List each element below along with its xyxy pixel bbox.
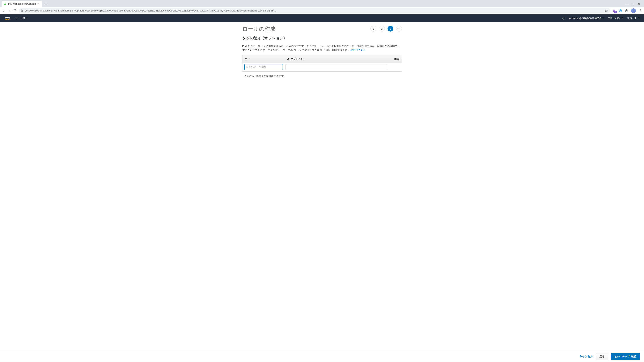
profile-avatar[interactable]: h (631, 8, 636, 13)
main-content: ロールの作成 1 2 3 4 タグの追加 (オプション) IAM タグは、ロール… (0, 22, 644, 351)
reload-icon[interactable] (13, 9, 16, 12)
tab-strip: IAM Management Console — □ ✕ (0, 0, 644, 7)
page-title: ロールの作成 (242, 25, 276, 33)
learn-more-link[interactable]: 詳細はこちら (350, 49, 366, 51)
tag-key-input[interactable] (244, 64, 283, 70)
close-window-icon[interactable]: ✕ (638, 2, 640, 5)
tag-value-input[interactable] (286, 64, 387, 70)
step-3[interactable]: 3 (388, 26, 393, 31)
address-bar[interactable]: console.aws.amazon.com/iam/home?region=a… (19, 8, 610, 13)
back-button[interactable]: 戻る (596, 353, 608, 360)
browser-tab[interactable]: IAM Management Console (2, 1, 42, 7)
url-text: console.aws.amazon.com/iam/home?region=a… (25, 9, 605, 12)
support-menu[interactable]: サポート (627, 16, 640, 20)
next-button[interactable]: 次のステップ: 確認 (611, 353, 640, 360)
extension2-icon[interactable] (619, 9, 622, 12)
table-header: キー 値 (オプション) 削除 (242, 55, 402, 63)
tags-remaining-text: さらに 50 個のタグを追加できます。 (242, 74, 402, 78)
forward-icon[interactable] (8, 9, 11, 12)
aws-header: aws サービス kazaana @ 5769-5092-0858 グローバル … (0, 14, 644, 22)
cancel-button[interactable]: キャンセル (579, 355, 593, 358)
bell-icon[interactable] (562, 16, 565, 20)
chevron-down-icon (638, 18, 640, 19)
col-delete-header: 削除 (390, 57, 400, 61)
extensions-puzzle-icon[interactable] (625, 9, 628, 12)
new-tab-button[interactable] (43, 1, 49, 6)
minimize-icon[interactable]: — (626, 2, 628, 5)
step-2[interactable]: 2 (379, 26, 385, 31)
window-controls: — □ ✕ (626, 2, 642, 5)
step-1[interactable]: 1 (370, 26, 376, 31)
svg-point-1 (640, 9, 641, 10)
step-4[interactable]: 4 (396, 26, 402, 31)
aws-smile-icon (4, 19, 10, 20)
close-icon[interactable] (37, 2, 40, 5)
browser-toolbar: console.aws.amazon.com/iam/home?region=a… (0, 7, 644, 14)
extension-icon[interactable]: 11 (612, 9, 616, 12)
chevron-down-icon (602, 18, 604, 19)
col-value-header: 値 (オプション) (287, 57, 390, 61)
chevron-down-icon (622, 18, 623, 19)
maximize-icon[interactable]: □ (632, 2, 634, 5)
back-icon[interactable] (2, 9, 5, 12)
star-icon[interactable] (605, 9, 608, 12)
lock-icon (21, 9, 23, 12)
region-menu[interactable]: グローバル (608, 16, 623, 20)
account-menu[interactable]: kazaana @ 5769-5092-0858 (569, 17, 604, 20)
page-header: ロールの作成 1 2 3 4 (242, 25, 402, 33)
table-row (242, 63, 402, 71)
browser-chrome: IAM Management Console — □ ✕ console.aws… (0, 0, 644, 14)
page-subtitle: タグの追加 (オプション) (242, 35, 402, 41)
services-menu[interactable]: サービス (15, 16, 28, 20)
col-key-header: キー (245, 57, 287, 61)
svg-point-2 (640, 10, 641, 11)
aws-logo[interactable]: aws (4, 16, 10, 20)
chevron-down-icon (26, 18, 28, 19)
tab-title: IAM Management Console (8, 2, 36, 5)
menu-dots-icon[interactable] (638, 9, 642, 12)
tag-table: キー 値 (オプション) 削除 (242, 55, 402, 72)
wizard-steps: 1 2 3 4 (370, 26, 402, 31)
action-bar: キャンセル 戻る 次のステップ: 確認 (0, 351, 644, 362)
lock-green-icon (4, 2, 6, 5)
svg-point-3 (640, 11, 641, 12)
page-description: IAM タグは、ロール に追加できるキーと値のペアです。タグには、E メールアド… (242, 44, 402, 52)
